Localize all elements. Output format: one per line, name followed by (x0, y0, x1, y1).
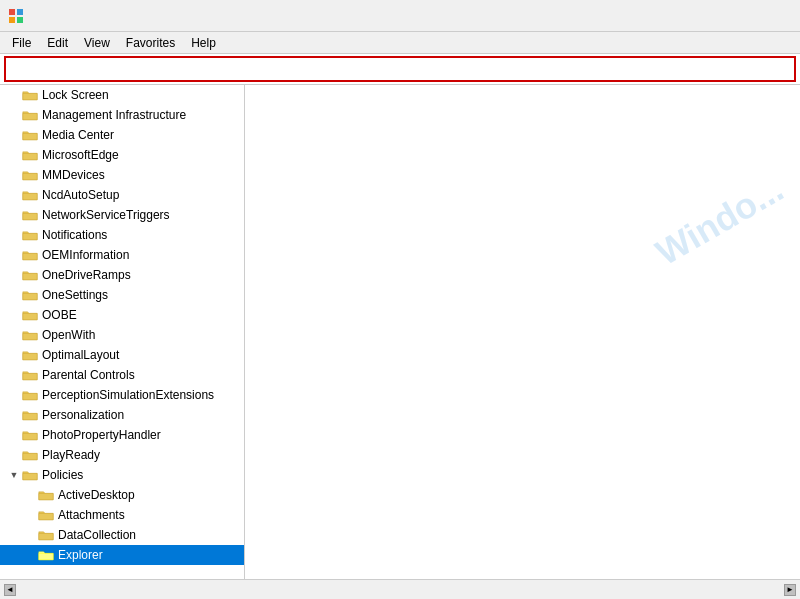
tree-item-label: OEMInformation (42, 248, 129, 262)
horizontal-scrollbar-track[interactable] (16, 585, 784, 595)
tree-item-label: OpenWith (42, 328, 95, 342)
folder-icon (22, 147, 38, 163)
tree-item[interactable]: ActiveDesktop (0, 485, 244, 505)
tree-item-label: Management Infrastructure (42, 108, 186, 122)
expand-icon[interactable] (8, 289, 20, 301)
expand-icon[interactable] (8, 149, 20, 161)
tree-item-label: PerceptionSimulationExtensions (42, 388, 214, 402)
expand-icon[interactable] (8, 129, 20, 141)
folder-icon (22, 247, 38, 263)
folder-icon (22, 307, 38, 323)
tree-item[interactable]: OneSettings (0, 285, 244, 305)
scroll-right-button[interactable]: ► (784, 584, 796, 596)
menu-item-file[interactable]: File (4, 34, 39, 52)
tree-item-label: Explorer (58, 548, 103, 562)
folder-icon (22, 227, 38, 243)
tree-item[interactable]: PerceptionSimulationExtensions (0, 385, 244, 405)
tree-item-label: MicrosoftEdge (42, 148, 119, 162)
tree-item[interactable]: NetworkServiceTriggers (0, 205, 244, 225)
folder-icon (22, 107, 38, 123)
folder-icon (22, 187, 38, 203)
tree-item-label: OneDriveRamps (42, 268, 131, 282)
menu-item-view[interactable]: View (76, 34, 118, 52)
expand-icon[interactable] (8, 369, 20, 381)
bottom-bar: ◄ ► (0, 579, 800, 599)
expand-icon[interactable] (24, 529, 36, 541)
expand-icon[interactable] (8, 449, 20, 461)
expand-icon[interactable] (8, 429, 20, 441)
title-bar (0, 0, 800, 32)
expand-icon[interactable] (8, 409, 20, 421)
tree-item-label: Attachments (58, 508, 125, 522)
tree-item[interactable]: Notifications (0, 225, 244, 245)
folder-icon (22, 427, 38, 443)
tree-item-label: NetworkServiceTriggers (42, 208, 170, 222)
tree-item-label: Media Center (42, 128, 114, 142)
tree-item[interactable]: OpenWith (0, 325, 244, 345)
tree-item[interactable]: MMDevices (0, 165, 244, 185)
tree-item-label: DataCollection (58, 528, 136, 542)
expand-icon[interactable]: ▼ (8, 469, 20, 481)
expand-icon[interactable] (8, 389, 20, 401)
tree-item[interactable]: Media Center (0, 125, 244, 145)
minimize-button[interactable] (654, 0, 700, 32)
svg-rect-2 (9, 17, 15, 23)
expand-icon[interactable] (24, 509, 36, 521)
tree-item[interactable]: MicrosoftEdge (0, 145, 244, 165)
folder-icon (22, 267, 38, 283)
expand-icon[interactable] (8, 89, 20, 101)
expand-icon[interactable] (8, 269, 20, 281)
app-icon (8, 8, 24, 24)
expand-icon[interactable] (8, 249, 20, 261)
tree-item-label: PlayReady (42, 448, 100, 462)
maximize-button[interactable] (700, 0, 746, 32)
expand-icon[interactable] (24, 489, 36, 501)
tree-item[interactable]: Attachments (0, 505, 244, 525)
expand-icon[interactable] (8, 209, 20, 221)
expand-icon[interactable] (8, 169, 20, 181)
tree-item[interactable]: Personalization (0, 405, 244, 425)
expand-icon[interactable] (24, 549, 36, 561)
menu-item-edit[interactable]: Edit (39, 34, 76, 52)
menu-item-favorites[interactable]: Favorites (118, 34, 183, 52)
tree-item[interactable]: OptimalLayout (0, 345, 244, 365)
tree-item[interactable]: OEMInformation (0, 245, 244, 265)
menu-bar: FileEditViewFavoritesHelp (0, 32, 800, 54)
address-bar[interactable] (4, 56, 796, 82)
tree-item[interactable]: Management Infrastructure (0, 105, 244, 125)
tree-panel: Lock Screen Management Infrastructure Me… (0, 85, 245, 579)
tree-item-label: ActiveDesktop (58, 488, 135, 502)
tree-item[interactable]: OneDriveRamps (0, 265, 244, 285)
folder-icon (22, 167, 38, 183)
tree-item-label: OneSettings (42, 288, 108, 302)
expand-icon[interactable] (8, 329, 20, 341)
tree-item[interactable]: Explorer (0, 545, 244, 565)
menu-item-help[interactable]: Help (183, 34, 224, 52)
tree-item[interactable]: ▼ Policies (0, 465, 244, 485)
expand-icon[interactable] (8, 309, 20, 321)
values-table (245, 85, 800, 579)
tree-item[interactable]: Lock Screen (0, 85, 244, 105)
tree-item-label: Personalization (42, 408, 124, 422)
folder-icon (38, 487, 54, 503)
tree-item[interactable]: OOBE (0, 305, 244, 325)
folder-icon (38, 527, 54, 543)
folder-icon (22, 447, 38, 463)
scroll-left-button[interactable]: ◄ (4, 584, 16, 596)
tree-item[interactable]: DataCollection (0, 525, 244, 545)
main-content: Lock Screen Management Infrastructure Me… (0, 84, 800, 579)
expand-icon[interactable] (8, 109, 20, 121)
tree-item[interactable]: PhotoPropertyHandler (0, 425, 244, 445)
expand-icon[interactable] (8, 349, 20, 361)
close-button[interactable] (746, 0, 792, 32)
tree-item-label: PhotoPropertyHandler (42, 428, 161, 442)
folder-icon (38, 507, 54, 523)
values-panel (245, 85, 800, 579)
tree-item[interactable]: Parental Controls (0, 365, 244, 385)
folder-icon (22, 407, 38, 423)
tree-item[interactable]: NcdAutoSetup (0, 185, 244, 205)
folder-icon (22, 207, 38, 223)
expand-icon[interactable] (8, 229, 20, 241)
expand-icon[interactable] (8, 189, 20, 201)
tree-item[interactable]: PlayReady (0, 445, 244, 465)
